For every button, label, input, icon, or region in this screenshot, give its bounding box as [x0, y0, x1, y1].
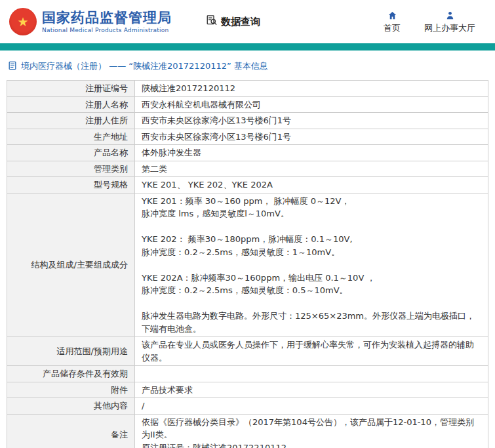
table-row: 注册人名称 西安永科航空机电器械有限公司 — [7, 96, 488, 113]
site-subtitle: National Medical Products Administration — [42, 27, 172, 33]
table-row: 产品储存条件及有效期 — [7, 366, 488, 382]
breadcrumb-text: 境内医疗器械（注册） —— “陕械注准20172120112” 基本信息 — [21, 60, 268, 72]
row-label: 结构及组成/主要组成成分 — [7, 193, 135, 337]
row-value: 西安市未央区徐家湾小区13号楼6门1号 — [135, 129, 488, 145]
document-search-icon — [206, 14, 218, 29]
row-label: 其他内容 — [7, 398, 135, 415]
row-label: 附件 — [7, 382, 135, 398]
table-row: 结构及组成/主要组成成分 YKE 201：频率 30～160 ppm， 脉冲幅度… — [7, 193, 488, 337]
row-value: 西安市未央区徐家湾小区13号楼6门1号 — [135, 113, 488, 129]
row-label: 型号规格 — [7, 177, 135, 193]
site-titles: 国家药品监督管理局 National Medical Products Admi… — [42, 10, 172, 33]
row-value: 产品技术要求 — [135, 382, 488, 398]
row-value: YKE 201、 YKE 202、YKE 202A — [135, 177, 488, 193]
nav-hall[interactable]: 网上办事大厅 — [424, 10, 475, 34]
breadcrumb: 境内医疗器械（注册） —— “陕械注准20172120112” 基本信息 — [0, 51, 495, 79]
person-icon — [445, 10, 455, 20]
site-title: 国家药品监督管理局 — [42, 10, 172, 26]
row-label: 管理类别 — [7, 161, 135, 177]
table-row: 管理类别 第二类 — [7, 161, 488, 177]
nav-hall-label: 网上办事大厅 — [424, 22, 475, 34]
row-label: 产品储存条件及有效期 — [7, 366, 135, 382]
row-value: 第二类 — [135, 161, 488, 177]
document-icon — [8, 61, 17, 72]
table-row: 附件 产品技术要求 — [7, 382, 488, 398]
nav-home[interactable]: 首页 — [384, 10, 401, 34]
row-label: 适用范围/预期用途 — [7, 337, 135, 366]
row-value: / — [135, 398, 488, 415]
site-header: ★ 国家药品监督管理局 National Medical Products Ad… — [0, 0, 495, 43]
data-query-label: 数据查询 — [221, 16, 260, 28]
row-value: 西安永科航空机电器械有限公司 — [135, 96, 488, 113]
row-value — [135, 366, 488, 382]
row-label: 注册证编号 — [7, 81, 135, 97]
row-label: 备注 — [7, 414, 135, 448]
row-value: YKE 201：频率 30～160 ppm， 脉冲幅度 0～12V， 脉冲宽度 … — [135, 193, 488, 337]
row-value: 该产品在专业人员或医务人员操作下，用于缓解心率失常，可作为安装植入起搏器的辅助仪… — [135, 337, 488, 366]
table-row: 产品名称 体外脉冲发生器 — [7, 145, 488, 161]
row-label: 注册人名称 — [7, 96, 135, 113]
home-icon — [387, 10, 397, 20]
row-value: 体外脉冲发生器 — [135, 145, 488, 161]
data-query-nav[interactable]: 数据查询 — [206, 14, 260, 29]
table-row: 其他内容 / — [7, 398, 488, 415]
row-label: 产品名称 — [7, 145, 135, 161]
row-label: 注册人住所 — [7, 113, 135, 129]
info-table-body: 注册证编号 陕械注准20172120112 注册人名称 西安永科航空机电器械有限… — [7, 81, 488, 448]
table-row: 适用范围/预期用途 该产品在专业人员或医务人员操作下，用于缓解心率失常，可作为安… — [7, 337, 488, 366]
teal-divider-bar — [0, 43, 495, 51]
row-value: 陕械注准20172120112 — [135, 81, 488, 97]
row-label: 生产地址 — [7, 129, 135, 145]
table-row: 生产地址 西安市未央区徐家湾小区13号楼6门1号 — [7, 129, 488, 145]
table-row: 备注 依据《医疗器械分类目录》（2017年第104号公告），该产品属于12-01… — [7, 414, 488, 448]
nmpa-emblem-logo: ★ — [9, 8, 37, 35]
table-row: 注册证编号 陕械注准20172120112 — [7, 81, 488, 97]
row-value: 依据《医疗器械分类目录》（2017年第104号公告），该产品属于12-01-10… — [135, 414, 488, 448]
emblem-star-icon: ★ — [17, 16, 28, 28]
registration-info-table: 注册证编号 陕械注准20172120112 注册人名称 西安永科航空机电器械有限… — [7, 80, 488, 448]
table-row: 注册人住所 西安市未央区徐家湾小区13号楼6门1号 — [7, 113, 488, 129]
nav-home-label: 首页 — [384, 22, 401, 34]
top-nav: 首页 网上办事大厅 — [384, 10, 486, 34]
table-row: 型号规格 YKE 201、 YKE 202、YKE 202A — [7, 177, 488, 193]
